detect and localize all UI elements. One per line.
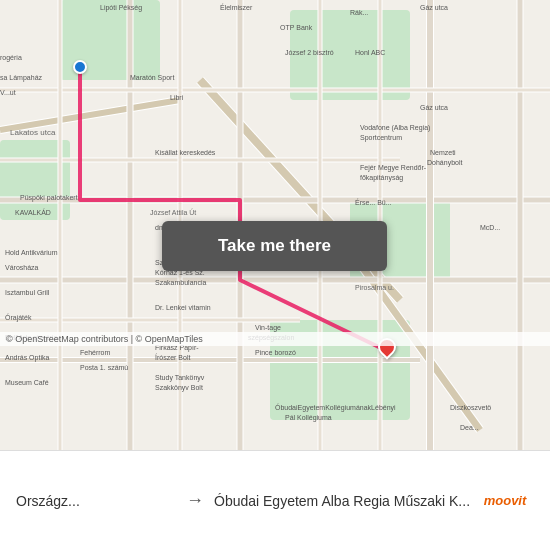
svg-text:Vodafone (Alba Regia): Vodafone (Alba Regia) — [360, 124, 430, 132]
svg-text:Museum Café: Museum Café — [5, 379, 49, 386]
svg-text:József Attila Út: József Attila Út — [150, 208, 196, 216]
svg-text:Szakambulancia: Szakambulancia — [155, 279, 206, 286]
svg-text:Hold Antikvárium: Hold Antikvárium — [5, 249, 58, 256]
svg-text:Honl ABC: Honl ABC — [355, 49, 385, 56]
svg-text:Sportcentrum: Sportcentrum — [360, 134, 402, 142]
svg-text:ÓbudaiEgyetemKollégiumánakLébé: ÓbudaiEgyetemKollégiumánakLébényi — [275, 403, 396, 412]
svg-text:Isztambul Grill: Isztambul Grill — [5, 289, 50, 296]
svg-text:V...ut: V...ut — [0, 89, 16, 96]
svg-text:Fejér Megye Rendőr-: Fejér Megye Rendőr- — [360, 164, 427, 172]
svg-text:Érse... Bü...: Érse... Bü... — [355, 198, 392, 206]
svg-text:Írószer Bolt: Írószer Bolt — [155, 353, 190, 361]
svg-text:József 2 bisztró: József 2 bisztró — [285, 49, 334, 56]
svg-text:Maratón Sport: Maratón Sport — [130, 74, 174, 82]
svg-text:McD...: McD... — [480, 224, 500, 231]
svg-text:Posta 1. számú: Posta 1. számú — [80, 364, 128, 371]
svg-text:Lakatos utca: Lakatos utca — [10, 128, 56, 137]
svg-text:Fehérrom: Fehérrom — [80, 349, 111, 356]
svg-text:András Optika: András Optika — [5, 354, 49, 362]
svg-text:Püspöki palotakert: Püspöki palotakert — [20, 194, 78, 202]
svg-text:főkapitányság: főkapitányság — [360, 174, 403, 182]
moovit-logo-container: moovit — [460, 450, 550, 550]
svg-text:Pince borozó: Pince borozó — [255, 349, 296, 356]
svg-text:OTP Bank: OTP Bank — [280, 24, 313, 31]
svg-text:Nemzeti: Nemzeti — [430, 149, 456, 156]
svg-text:Kisállat kereskedés: Kisállat kereskedés — [155, 149, 216, 156]
svg-text:Pirosalma u.: Pirosalma u. — [355, 284, 394, 291]
svg-text:Órajáték: Órajáték — [5, 313, 32, 322]
moovit-logo: moovit — [484, 493, 527, 508]
svg-text:Gáz utca: Gáz utca — [420, 104, 448, 111]
svg-text:Pál Kollégiuma: Pál Kollégiuma — [285, 414, 332, 422]
svg-text:Szakkönyv Bolt: Szakkönyv Bolt — [155, 384, 203, 392]
map-container: Lakatos utca József Attila Út Pirosalma … — [0, 0, 550, 450]
route-arrow-icon: → — [186, 490, 204, 511]
svg-text:Study Tankönyv: Study Tankönyv — [155, 374, 205, 382]
svg-text:Dr. Lenkei vitamin: Dr. Lenkei vitamin — [155, 304, 211, 311]
svg-text:sa Lámpaház: sa Lámpaház — [0, 74, 43, 82]
svg-text:Gáz utca: Gáz utca — [420, 4, 448, 11]
svg-text:Libri: Libri — [170, 94, 184, 101]
app: Lakatos utca József Attila Út Pirosalma … — [0, 0, 550, 550]
svg-text:Városháza: Városháza — [5, 264, 39, 271]
from-label: Országz... — [16, 493, 176, 509]
svg-text:Diszkoszvetö: Diszkoszvetö — [450, 404, 491, 411]
svg-text:Lipóti Pékség: Lipóti Pékség — [100, 4, 142, 12]
svg-text:Dea...: Dea... — [460, 424, 479, 431]
svg-text:rogéria: rogéria — [0, 54, 22, 62]
map-attribution: © OpenStreetMap contributors | © OpenMap… — [0, 332, 550, 346]
svg-text:Élelmiszer: Élelmiszer — [220, 3, 253, 11]
start-pin — [73, 60, 87, 74]
svg-text:Dohánybolt: Dohánybolt — [427, 159, 462, 167]
take-me-there-button[interactable]: Take me there — [162, 221, 387, 271]
svg-text:Vin-tage: Vin-tage — [255, 324, 281, 332]
svg-text:Rák...: Rák... — [350, 9, 368, 16]
svg-text:KAVALKÁD: KAVALKÁD — [15, 208, 51, 216]
